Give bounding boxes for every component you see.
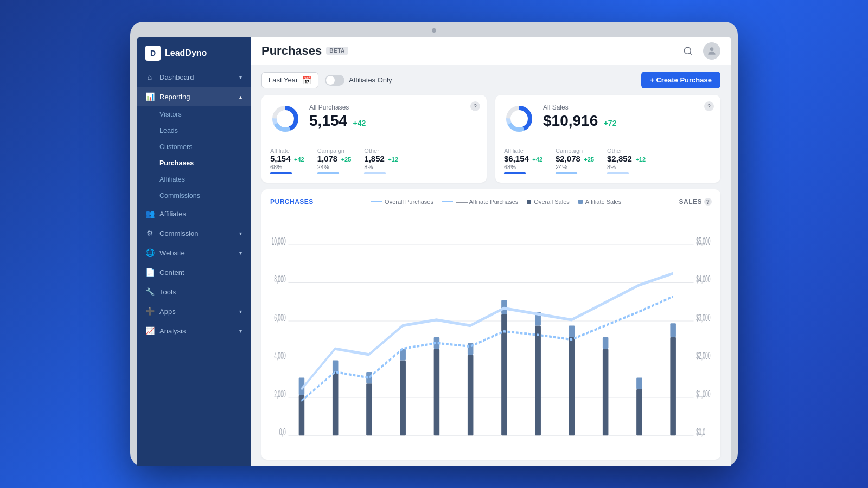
sales-affiliate-delta: +42 <box>532 156 542 163</box>
sidebar-item-apps-label: Apps <box>159 307 176 316</box>
sidebar-item-analysis[interactable]: 📈 Analysis ▾ <box>137 321 251 341</box>
svg-rect-51 <box>670 337 676 435</box>
apps-icon: ➕ <box>145 307 154 316</box>
svg-rect-47 <box>603 349 609 435</box>
sidebar-sub-affiliates-label: Affiliates <box>159 176 185 183</box>
sales-chart-help-icon[interactable]: ? <box>704 198 712 206</box>
purchases-campaign-bar <box>317 172 339 174</box>
sales-sub-row: Affiliate $6,154 +42 68% Campaign $2,0 <box>504 142 712 174</box>
reporting-icon: 📊 <box>145 92 154 101</box>
user-avatar[interactable] <box>703 42 720 60</box>
svg-text:$2,000: $2,000 <box>696 350 710 362</box>
svg-text:$0,0: $0,0 <box>696 427 705 438</box>
topbar-right <box>679 42 720 60</box>
sales-campaign-delta: +25 <box>584 156 594 163</box>
legend-affiliate-purchases: —— Affiliate Purchases <box>442 198 518 205</box>
sidebar-sub-commissions[interactable]: Commissions <box>137 188 251 204</box>
purchases-help-icon[interactable]: ? <box>470 101 480 111</box>
affiliates-only-toggle[interactable] <box>325 75 344 86</box>
purchases-campaign-pct: 24% <box>317 164 352 170</box>
monitor-screen: D LeadDyno ⌂ Dashboard ▾ 📊 Reporting ▴ V… <box>137 37 731 466</box>
sidebar-item-reporting-label: Reporting <box>159 93 190 101</box>
sidebar-item-content[interactable]: 📄 Content <box>137 262 251 282</box>
chevron-up-icon: ▴ <box>239 94 242 100</box>
date-picker[interactable]: Last Year 📅 <box>261 72 318 88</box>
sidebar-item-apps[interactable]: ➕ Apps ▾ <box>137 301 251 321</box>
sales-campaign-bar <box>556 172 577 174</box>
sidebar-item-dashboard[interactable]: ⌂ Dashboard ▾ <box>137 67 251 87</box>
svg-rect-49 <box>636 389 642 435</box>
sidebar-sub-leads[interactable]: Leads <box>137 123 251 139</box>
stats-row: ? <box>251 95 731 189</box>
svg-rect-37 <box>434 349 440 435</box>
chart-section: PURCHASES Overall Purchases —— Affiliate… <box>261 189 720 460</box>
chevron-website-icon: ▾ <box>239 250 242 256</box>
svg-rect-45 <box>569 337 575 435</box>
purchases-affiliate-label: Affiliate <box>270 147 304 154</box>
purchases-label: All Purchases <box>309 104 366 111</box>
purchases-affiliate-value: 5,154 <box>270 154 291 163</box>
legend-affiliate-sales: Affiliate Sales <box>578 198 621 205</box>
search-button[interactable] <box>679 42 697 60</box>
monitor-shell: D LeadDyno ⌂ Dashboard ▾ 📊 Reporting ▴ V… <box>130 22 738 466</box>
sales-affiliate-label: Affiliate <box>504 147 542 154</box>
sidebar-sub-commissions-label: Commissions <box>159 192 200 200</box>
sidebar-item-tools-label: Tools <box>159 288 176 296</box>
logo-text: LeadDyno <box>165 48 207 58</box>
sales-help-icon[interactable]: ? <box>704 101 714 111</box>
legend-affiliate-sales-dot <box>578 200 583 204</box>
purchases-stat-top: All Purchases 5,154 +42 <box>270 104 478 134</box>
svg-rect-35 <box>400 361 406 436</box>
svg-text:0,0: 0,0 <box>279 427 286 438</box>
svg-text:4,000: 4,000 <box>274 350 286 362</box>
svg-text:$3,000: $3,000 <box>696 312 710 323</box>
svg-rect-33 <box>366 383 372 435</box>
purchases-main-value: 5,154 <box>309 112 347 129</box>
sales-delta: +72 <box>604 119 617 127</box>
logo-icon: D <box>145 46 161 61</box>
sidebar-sub-affiliates[interactable]: Affiliates <box>137 171 251 188</box>
sales-other-value: $2,852 <box>607 154 632 163</box>
sidebar-sub-customers[interactable]: Customers <box>137 139 251 155</box>
sidebar-item-website-label: Website <box>159 249 185 257</box>
purchases-campaign-item: Campaign 1,078 +25 24% <box>317 147 352 174</box>
all-purchases-card: ? <box>261 95 487 183</box>
legend-overall-sales-dot <box>527 200 531 204</box>
topbar-left: Purchases BETA <box>261 44 348 58</box>
sidebar-sub-visitors-label: Visitors <box>159 111 182 118</box>
sales-affiliate-item: Affiliate $6,154 +42 68% <box>504 147 542 174</box>
sales-other-pct: 8% <box>607 164 646 170</box>
sidebar-item-tools[interactable]: 🔧 Tools <box>137 282 251 301</box>
sidebar-item-reporting[interactable]: 📊 Reporting ▴ <box>137 87 251 106</box>
sales-affiliate-bar <box>504 172 526 174</box>
svg-text:10,000: 10,000 <box>271 235 285 247</box>
chart-purchases-label: PURCHASES <box>270 198 314 206</box>
create-purchase-button[interactable]: + Create Purchase <box>641 72 720 88</box>
svg-text:2,000: 2,000 <box>274 388 286 400</box>
sidebar-item-affiliates[interactable]: 👥 Affiliates <box>137 204 251 223</box>
svg-rect-48 <box>603 337 609 349</box>
svg-rect-31 <box>333 372 339 435</box>
sales-donut <box>504 104 534 134</box>
calendar-icon: 📅 <box>302 76 311 85</box>
sidebar-item-website[interactable]: 🌐 Website ▾ <box>137 243 251 262</box>
chart-legend: Overall Purchases —— Affiliate Purchases… <box>371 198 621 205</box>
sales-stat-top: All Sales $10,916 +72 <box>504 104 712 134</box>
svg-text:8,000: 8,000 <box>274 274 286 285</box>
purchases-affiliate-delta: +42 <box>294 156 304 163</box>
purchases-affiliate-item: Affiliate 5,154 +42 68% <box>270 147 304 174</box>
sidebar-sub-visitors[interactable]: Visitors <box>137 106 251 123</box>
sidebar-sub-purchases[interactable]: Purchases <box>137 155 251 171</box>
sales-affiliate-value: $6,154 <box>504 154 529 163</box>
sales-campaign-pct: 24% <box>556 164 594 170</box>
chart-sales-label: SALES ? <box>679 198 712 206</box>
home-icon: ⌂ <box>145 73 154 81</box>
purchases-affiliate-pct: 68% <box>270 164 304 170</box>
sidebar-item-commission[interactable]: ⚙ Commission ▾ <box>137 223 251 243</box>
logo: D LeadDyno <box>137 37 251 67</box>
content-icon: 📄 <box>145 268 154 277</box>
purchases-donut <box>270 104 301 134</box>
legend-affiliate-sales-label: Affiliate Sales <box>585 198 621 205</box>
legend-affiliate-purchases-line <box>442 201 453 202</box>
sales-affiliate-pct: 68% <box>504 164 542 170</box>
